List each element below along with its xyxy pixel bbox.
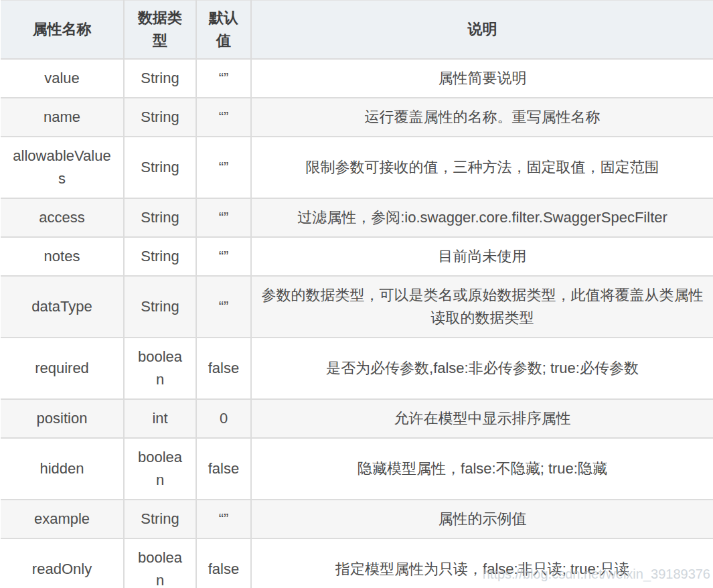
cell-description: 目前尚未使用 [251, 237, 713, 276]
column-header-data-type: 数据类型 [124, 1, 196, 60]
cell-description: 参数的数据类型，可以是类名或原始数据类型，此值将覆盖从类属性读取的数据类型 [251, 276, 713, 338]
cell-attribute-name: allowableValues [1, 137, 124, 198]
cell-attribute-name: name [1, 98, 124, 137]
cell-attribute-name: notes [1, 237, 124, 276]
cell-description: 过滤属性，参阅:io.swagger.core.filter.SwaggerSp… [251, 198, 713, 237]
cell-data-type: String [124, 59, 196, 98]
cell-default-value: “” [196, 137, 251, 198]
cell-description: 属性简要说明 [251, 59, 713, 98]
cell-data-type: boolean [124, 438, 196, 500]
table-header-row: 属性名称 数据类型 默认值 说明 [1, 1, 713, 60]
cell-description: 是否为必传参数,false:非必传参数; true:必传参数 [251, 338, 713, 399]
cell-data-type: String [124, 137, 196, 198]
cell-data-type: boolean [124, 338, 196, 399]
table-row: valueString“”属性简要说明 [1, 59, 713, 98]
cell-data-type: String [124, 237, 196, 276]
table-row: allowableValuesString“”限制参数可接收的值，三种方法，固定… [1, 137, 713, 198]
cell-description: 属性的示例值 [251, 500, 713, 538]
cell-attribute-name: example [1, 500, 124, 538]
cell-data-type: String [124, 198, 196, 237]
cell-attribute-name: hidden [1, 438, 124, 500]
cell-description: 限制参数可接收的值，三种方法，固定取值，固定范围 [251, 137, 713, 198]
table-row: requiredbooleanfalse是否为必传参数,false:非必传参数;… [1, 338, 713, 399]
table-row: notesString“”目前尚未使用 [1, 237, 713, 276]
cell-attribute-name: position [1, 399, 124, 438]
table-row: dataTypeString“”参数的数据类型，可以是类名或原始数据类型，此值将… [1, 276, 713, 338]
cell-attribute-name: value [1, 59, 124, 98]
cell-default-value: “” [196, 198, 251, 237]
cell-description: 运行覆盖属性的名称。重写属性名称 [251, 98, 713, 137]
table-row: exampleString“”属性的示例值 [1, 500, 713, 538]
table-row: readOnlybooleanfalse指定模型属性为只读，false:非只读;… [1, 538, 713, 588]
cell-attribute-name: readOnly [1, 538, 124, 588]
cell-data-type: boolean [124, 538, 196, 588]
table-body: valueString“”属性简要说明nameString“”运行覆盖属性的名称… [1, 59, 713, 588]
cell-data-type: String [124, 500, 196, 538]
attributes-table: 属性名称 数据类型 默认值 说明 valueString“”属性简要说明name… [1, 0, 713, 588]
cell-default-value: “” [196, 98, 251, 137]
cell-attribute-name: required [1, 338, 124, 399]
cell-attribute-name: access [1, 198, 124, 237]
cell-default-value: “” [196, 237, 251, 276]
table-row: accessString“”过滤属性，参阅:io.swagger.core.fi… [1, 198, 713, 237]
column-header-attribute-name: 属性名称 [1, 1, 124, 60]
cell-attribute-name: dataType [1, 276, 124, 338]
column-header-default-value: 默认值 [196, 1, 251, 60]
cell-description: 隐藏模型属性，false:不隐藏; true:隐藏 [251, 438, 713, 500]
cell-default-value: “” [196, 59, 251, 98]
cell-default-value: “” [196, 276, 251, 338]
cell-data-type: int [124, 399, 196, 438]
table-row: hiddenbooleanfalse隐藏模型属性，false:不隐藏; true… [1, 438, 713, 500]
cell-default-value: false [196, 538, 251, 588]
cell-default-value: false [196, 338, 251, 399]
table-row: nameString“”运行覆盖属性的名称。重写属性名称 [1, 98, 713, 137]
cell-default-value: false [196, 438, 251, 500]
cell-data-type: String [124, 98, 196, 137]
cell-default-value: 0 [196, 399, 251, 438]
cell-description: 指定模型属性为只读，false:非只读; true:只读 [251, 538, 713, 588]
cell-default-value: “” [196, 500, 251, 538]
table-row: positionint0允许在模型中显示排序属性 [1, 399, 713, 438]
column-header-description: 说明 [251, 1, 713, 60]
cell-data-type: String [124, 276, 196, 338]
cell-description: 允许在模型中显示排序属性 [251, 399, 713, 438]
